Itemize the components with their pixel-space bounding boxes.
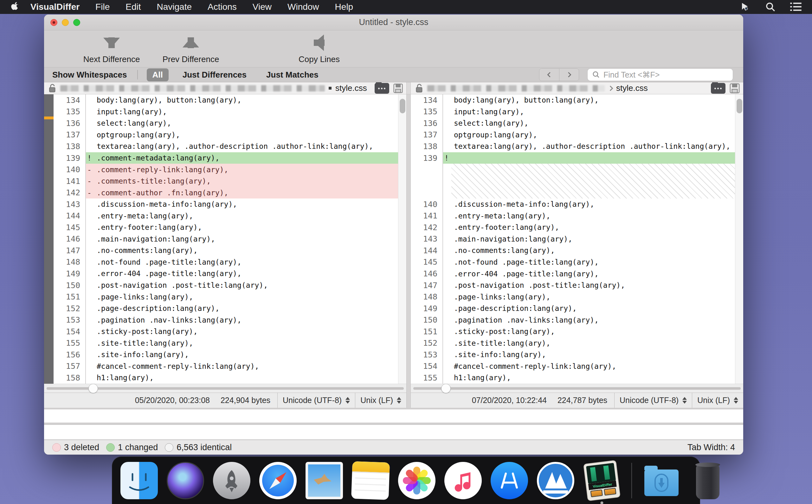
code-line[interactable]: 153.pagination .nav-links:lang(ary), <box>54 314 398 326</box>
notes-dock-icon[interactable] <box>351 461 390 500</box>
code-line[interactable]: 147.post-navigation .post-title:lang(ary… <box>411 280 735 291</box>
code-line[interactable]: 136select:lang(ary), <box>54 117 398 129</box>
code-line[interactable]: 148.not-found .page-title:lang(ary), <box>54 256 398 268</box>
scrollbar-thumb[interactable] <box>737 99 742 113</box>
right-code-pane[interactable]: 134body:lang(ary), button:lang(ary),135i… <box>411 94 743 384</box>
code-line[interactable]: 140.discussion-meta-info:lang(ary), <box>411 198 735 210</box>
right-line-ending-select[interactable]: Unix (LF) <box>692 393 743 408</box>
code-line[interactable]: 151.page-links:lang(ary), <box>54 291 398 303</box>
code-line[interactable]: 137optgroup:lang(ary), <box>411 129 735 141</box>
prev-difference-button[interactable]: Prev Difference <box>151 33 231 64</box>
code-line[interactable]: 149.error-404 .page-title:lang(ary), <box>54 268 398 280</box>
code-line[interactable]: 138textarea:lang(ary), .author-descripti… <box>411 141 735 152</box>
launchpad-dock-icon[interactable] <box>213 462 251 499</box>
left-encoding-select[interactable]: Unicode (UTF-8) <box>277 393 355 408</box>
code-line[interactable]: 146.main-navigation:lang(ary), <box>54 233 398 245</box>
code-line[interactable]: 145.not-found .page-title:lang(ary), <box>411 256 735 268</box>
copy-lines-button[interactable]: Copy Lines <box>284 33 354 64</box>
code-line[interactable]: 153.site-info:lang(ary), <box>411 349 735 361</box>
menu-help[interactable]: Help <box>335 2 353 12</box>
right-encoding-select[interactable]: Unicode (UTF-8) <box>614 393 692 408</box>
code-line[interactable]: 141-.comments-title:lang(ary), <box>54 175 398 187</box>
menu-navigate[interactable]: Navigate <box>156 2 192 12</box>
code-line[interactable]: 136select:lang(ary), <box>411 117 735 129</box>
left-file-path-bar[interactable]: style.css <box>44 82 406 94</box>
siri-dock-icon[interactable] <box>167 462 204 499</box>
code-line[interactable]: 134body:lang(ary), button:lang(ary), <box>54 94 398 106</box>
code-line[interactable]: 151.sticky-post:lang(ary), <box>411 326 735 337</box>
code-line[interactable]: 149.page-description:lang(ary), <box>411 303 735 314</box>
menu-window[interactable]: Window <box>288 2 319 12</box>
list-icon[interactable] <box>789 2 803 12</box>
code-line[interactable]: 155.site-title:lang(ary), <box>54 337 398 349</box>
code-line[interactable]: 142-.comment-author .fn:lang(ary), <box>54 187 398 198</box>
code-line[interactable]: 147.no-comments:lang(ary), <box>54 245 398 256</box>
trash-dock-icon[interactable] <box>689 462 726 499</box>
mail-dock-icon[interactable] <box>306 462 343 499</box>
photos-dock-icon[interactable] <box>398 462 435 499</box>
menu-view[interactable]: View <box>253 2 272 12</box>
visualdiffer-dock-icon[interactable]: VisualDiffer <box>583 462 621 499</box>
menu-actions[interactable]: Actions <box>208 2 237 12</box>
mountain-app-dock-icon[interactable] <box>537 462 574 499</box>
code-line[interactable]: 135input:lang(ary), <box>411 106 735 118</box>
find-previous-button[interactable] <box>539 69 559 81</box>
code-line[interactable]: 152.site-title:lang(ary), <box>411 337 735 349</box>
code-line[interactable]: 145.entry-footer:lang(ary), <box>54 222 398 233</box>
open-folder-icon[interactable] <box>711 83 726 94</box>
next-difference-button[interactable]: Next Difference <box>72 33 151 64</box>
title-bar[interactable]: Untitled - style.css <box>44 15 743 30</box>
code-line[interactable]: 154.sticky-post:lang(ary), <box>54 326 398 337</box>
menu-app-name[interactable]: VisualDiffer <box>30 2 79 12</box>
scrollbar-thumb[interactable] <box>441 384 451 393</box>
open-folder-icon[interactable] <box>375 83 389 94</box>
scrollbar-thumb[interactable] <box>400 99 405 113</box>
code-line[interactable]: 156.site-info:lang(ary), <box>54 349 398 361</box>
code-line[interactable]: 139!.comment-metadata:lang(ary), <box>54 152 398 164</box>
itunes-dock-icon[interactable] <box>444 462 482 499</box>
code-line[interactable]: 141.entry-meta:lang(ary), <box>411 210 735 222</box>
diff-overview-map[interactable] <box>44 94 54 384</box>
left-line-ending-select[interactable]: Unix (LF) <box>355 393 406 408</box>
code-line[interactable]: 146.error-404 .page-title:lang(ary), <box>411 268 735 280</box>
code-line[interactable]: 150.post-navigation .post-title:lang(ary… <box>54 280 398 291</box>
segment-just-differences[interactable]: Just Differences <box>177 68 252 81</box>
code-line[interactable]: 143.discussion-meta-info:lang(ary), <box>54 198 398 210</box>
downloads-dock-icon[interactable] <box>643 462 680 499</box>
find-next-button[interactable] <box>559 69 579 81</box>
left-vertical-scrollbar[interactable] <box>398 94 406 384</box>
code-line[interactable]: 135input:lang(ary), <box>54 106 398 118</box>
code-line[interactable]: 155h1:lang(ary), <box>411 372 735 384</box>
code-line[interactable]: 144.entry-meta:lang(ary), <box>54 210 398 222</box>
code-line[interactable]: 150.pagination .nav-links:lang(ary), <box>411 314 735 326</box>
save-icon[interactable] <box>729 83 740 94</box>
finder-dock-icon[interactable] <box>120 462 158 499</box>
save-icon[interactable] <box>393 83 403 94</box>
show-whitespaces-toggle[interactable]: Show Whitespaces <box>52 70 127 80</box>
code-line[interactable]: 142.entry-footer:lang(ary), <box>411 222 735 233</box>
code-line[interactable]: 152.page-description:lang(ary), <box>54 303 398 314</box>
segment-just-matches[interactable]: Just Matches <box>261 68 324 81</box>
right-vertical-scrollbar[interactable] <box>735 94 743 384</box>
code-line[interactable]: 158h1:lang(ary), <box>54 372 398 384</box>
segment-all[interactable]: All <box>147 68 168 81</box>
right-file-path-bar[interactable]: style.css <box>411 82 743 94</box>
safari-dock-icon[interactable] <box>259 462 297 499</box>
code-line[interactable]: 137optgroup:lang(ary), <box>54 129 398 141</box>
apple-logo-icon[interactable] <box>9 2 22 12</box>
code-line[interactable]: 144.no-comments:lang(ary), <box>411 245 735 256</box>
code-line[interactable]: 139! <box>411 152 735 164</box>
right-horizontal-scrollbar[interactable] <box>411 384 743 393</box>
left-horizontal-scrollbar[interactable] <box>44 384 406 393</box>
spotlight-search-icon[interactable] <box>763 2 778 12</box>
code-line[interactable]: 148.page-links:lang(ary), <box>411 291 735 303</box>
scrollbar-thumb[interactable] <box>88 384 98 393</box>
code-line[interactable]: 134body:lang(ary), button:lang(ary), <box>411 94 735 106</box>
missing-lines-gap[interactable] <box>411 164 735 198</box>
code-line[interactable]: 143.main-navigation:lang(ary), <box>411 233 735 245</box>
find-text-input[interactable]: Find Text <⌘F> <box>587 68 733 81</box>
left-code-pane[interactable]: 134body:lang(ary), button:lang(ary),135i… <box>44 94 406 384</box>
pointer-icon[interactable] <box>738 2 752 12</box>
code-line[interactable]: 138textarea:lang(ary), .author-descripti… <box>54 141 398 152</box>
code-line[interactable]: 157#cancel-comment-reply-link:lang(ary), <box>54 361 398 372</box>
